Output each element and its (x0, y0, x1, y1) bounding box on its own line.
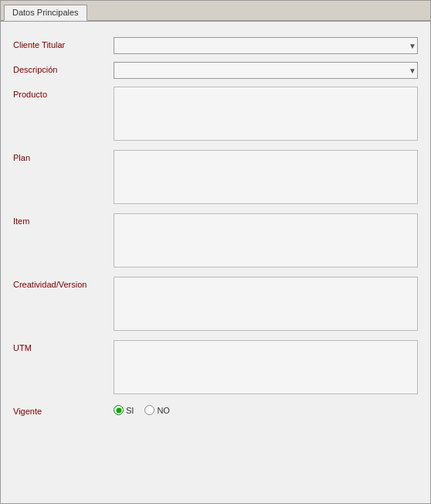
creatividad-textarea[interactable] (114, 277, 418, 331)
plan-textarea[interactable] (114, 150, 418, 204)
utm-control (114, 340, 418, 396)
vigente-control: SI NO (114, 404, 418, 415)
cliente-titular-row: Cliente Titular ▼ (13, 37, 418, 54)
producto-row: Producto (13, 87, 418, 142)
item-control (114, 213, 418, 269)
creatividad-label: Creatividad/Version (13, 277, 114, 289)
creatividad-control (114, 277, 418, 332)
producto-textarea[interactable] (114, 87, 418, 141)
tab-datos-principales[interactable]: Datos Principales (4, 5, 87, 21)
item-row: Item (13, 213, 418, 269)
descripcion-select[interactable] (114, 62, 418, 79)
vigente-row: Vigente SI NO (13, 404, 418, 416)
cliente-titular-label: Cliente Titular (13, 37, 114, 49)
utm-row: UTM (13, 340, 418, 396)
descripcion-control: ▼ (114, 62, 418, 79)
plan-label: Plan (13, 150, 114, 162)
cliente-titular-select-wrapper: ▼ (114, 37, 418, 54)
producto-control (114, 87, 418, 142)
descripcion-select-wrapper: ▼ (114, 62, 418, 79)
utm-label: UTM (13, 340, 114, 352)
producto-label: Producto (13, 87, 114, 99)
tab-label: Datos Principales (12, 8, 79, 17)
cliente-titular-control: ▼ (114, 37, 418, 54)
creatividad-row: Creatividad/Version (13, 277, 418, 332)
item-label: Item (13, 213, 114, 226)
vigente-si-option[interactable]: SI (114, 405, 134, 415)
vigente-si-label: SI (126, 406, 134, 415)
plan-row: Plan (13, 150, 418, 206)
vigente-no-option[interactable]: NO (144, 405, 170, 415)
item-textarea[interactable] (114, 213, 418, 267)
tab-bar: Datos Principales (1, 1, 430, 22)
vigente-no-radio[interactable] (144, 405, 154, 415)
vigente-no-label: NO (157, 406, 170, 415)
descripcion-label: Descripción (13, 62, 114, 74)
main-window: Datos Principales Cliente Titular ▼ Desc… (0, 0, 431, 504)
descripcion-row: Descripción ▼ (13, 62, 418, 79)
plan-control (114, 150, 418, 206)
vigente-si-radio[interactable] (114, 405, 124, 415)
vigente-label: Vigente (13, 404, 114, 416)
vigente-radio-group: SI NO (114, 404, 418, 415)
utm-textarea[interactable] (114, 340, 418, 394)
cliente-titular-select[interactable] (114, 37, 418, 54)
form-area: Cliente Titular ▼ Descripción ▼ (1, 22, 430, 503)
